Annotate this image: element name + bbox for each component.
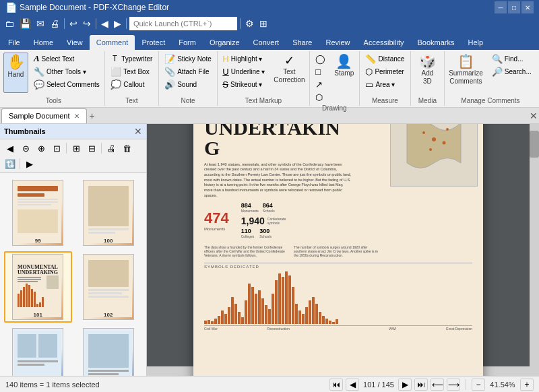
sidebar-close-button[interactable]: ✕ (134, 126, 142, 137)
svg-point-56 (422, 131, 425, 134)
title-bar-controls[interactable]: ─ □ ✕ (495, 1, 534, 13)
tab-form[interactable]: Form (172, 35, 203, 50)
summarize-comments-button[interactable]: 📋 SummarizeComments (445, 53, 486, 93)
nav-forward-button[interactable]: ⟶ (447, 379, 460, 391)
tab-file[interactable]: File (1, 35, 27, 50)
select-comments-button[interactable]: 💬 Select Comments (30, 78, 104, 90)
strikeout-button[interactable]: S Strikeout ▾ (218, 78, 269, 90)
sidebar-prev-button[interactable]: ◀ (3, 141, 18, 156)
qa-save-button[interactable]: 💾 (18, 17, 33, 30)
thumbnail-100[interactable]: 100 (75, 177, 143, 249)
qa-redo-button[interactable]: ↪ (81, 17, 93, 30)
sticky-note-button[interactable]: 📝 Sticky Note (160, 53, 216, 65)
measure-content: 📏 Distance ⬡ Perimeter ▭ Area ▾ (361, 53, 408, 96)
arrow-button[interactable]: ↗ (311, 78, 329, 90)
zoom-in-button[interactable]: + (520, 379, 534, 391)
qa-print-button[interactable]: 🖨 (48, 17, 61, 30)
stamp-label: Stamp (334, 69, 354, 77)
hand-label: Hand (7, 71, 24, 79)
find-button[interactable]: 🔍 Find... (488, 53, 536, 65)
highlight-button[interactable]: H Highlight ▾ (218, 53, 269, 65)
quick-launch-input[interactable] (129, 17, 237, 30)
vertical-scrollbar[interactable] (530, 124, 539, 376)
polygon-button[interactable]: ⬡ (311, 91, 329, 103)
doc-tab-close-icon[interactable]: ✕ (74, 112, 80, 120)
doc-tab-sample[interactable]: Sample Document ✕ (1, 108, 87, 123)
text-box-button[interactable]: ⬜ Text Box (106, 65, 156, 77)
qa-open-button[interactable]: 🗀 (3, 17, 16, 30)
qa-forward-button[interactable]: ▶ (112, 17, 123, 30)
nav-prev-button[interactable]: ◀ (346, 379, 359, 391)
tab-organize[interactable]: Organize (203, 35, 247, 50)
thumbnail-101[interactable]: MONUMENTAL UNDERTAKING (4, 251, 72, 323)
svg-rect-32 (88, 296, 129, 298)
sidebar-view-button[interactable]: ⊞ (69, 141, 84, 156)
tab-convert[interactable]: Convert (247, 35, 286, 50)
perimeter-button[interactable]: ⬡ Perimeter (361, 65, 408, 77)
note-small-col: 📝 Sticky Note 📎 Attach File 🔊 Sound (160, 53, 216, 90)
nav-next-button[interactable]: ▶ (398, 379, 412, 391)
text-correction-button[interactable]: ✓ TextCorrection (270, 53, 308, 93)
bar-28 (295, 304, 298, 324)
sound-button[interactable]: 🔊 Sound (160, 78, 216, 90)
thumbnail-103[interactable]: 103 (4, 325, 72, 376)
sidebar-rotate-button[interactable]: 🔃 (3, 156, 18, 171)
tab-protect[interactable]: Protect (135, 35, 172, 50)
thumbnail-99[interactable]: 99 (4, 177, 72, 249)
doc-close-button[interactable]: ✕ (530, 110, 538, 121)
sidebar-zoom-in-button[interactable]: ⊕ (34, 141, 49, 156)
add-3d-button[interactable]: 🎲 Add3D (415, 53, 439, 93)
qa-back-button[interactable]: ◀ (99, 17, 110, 30)
underline-button[interactable]: U Underline ▾ (218, 65, 269, 77)
area-label: Area ▾ (375, 81, 395, 88)
typewriter-button[interactable]: Ｔ Typewriter (106, 53, 156, 65)
ellipse-button[interactable]: ◯ (311, 53, 329, 65)
close-button[interactable]: ✕ (521, 1, 534, 13)
sidebar-next-button[interactable]: ▶ (22, 156, 37, 171)
bar-chart-labels: Civil War Reconstruction WWI Great Depre… (204, 325, 472, 331)
tab-review[interactable]: Review (319, 35, 356, 50)
area-button[interactable]: ▭ Area ▾ (361, 78, 408, 90)
thumbnail-102[interactable]: 102 (75, 251, 143, 323)
stamp-button[interactable]: 👤 Stamp (331, 53, 357, 93)
qa-settings-button[interactable]: ⚙ (243, 17, 256, 30)
thumb-preview-104 (85, 331, 132, 376)
doc-tab-bar: Sample Document ✕ + ✕ (0, 108, 539, 124)
zoom-out-button[interactable]: − (472, 379, 485, 391)
tab-accessibility[interactable]: Accessibility (357, 35, 411, 50)
new-tab-button[interactable]: + (87, 110, 98, 121)
distance-button[interactable]: 📏 Distance (361, 53, 408, 65)
callout-button[interactable]: 💭 Callout (106, 78, 156, 90)
tab-bookmarks[interactable]: Bookmarks (410, 35, 461, 50)
sidebar-minus-button[interactable]: ⊟ (84, 141, 99, 156)
qa-undo-button[interactable]: ↩ (67, 17, 80, 30)
attach-file-button[interactable]: 📎 Attach File (160, 65, 216, 77)
select-text-button[interactable]: A Select Text (30, 53, 104, 65)
tab-help[interactable]: Help (462, 35, 490, 50)
thumbnail-104[interactable]: 104 (75, 325, 143, 376)
svg-rect-18 (20, 290, 22, 307)
chart-label-wwi: WWI (389, 327, 396, 331)
sidebar-zoom-out-button[interactable]: ⊝ (18, 141, 33, 156)
pdf-viewer[interactable]: SYMBOLS REMOVED MONUMENTALUNDERTAKING At… (147, 124, 539, 376)
nav-back-button[interactable]: ⟵ (431, 379, 444, 391)
search-button[interactable]: 🔎 Search... (488, 65, 536, 77)
tab-share[interactable]: Share (286, 35, 319, 50)
sidebar-print-button[interactable]: 🖨 (104, 141, 119, 156)
ribbon-group-drawing: ◯ □ ↗ ⬡ 👤 Stamp Drawing (310, 51, 360, 106)
minimize-button[interactable]: ─ (495, 1, 507, 13)
qa-grid-button[interactable]: ⊞ (257, 17, 270, 30)
nav-last-button[interactable]: ⏭ (414, 379, 428, 391)
tab-home[interactable]: Home (27, 35, 60, 50)
hand-tool-button[interactable]: ✋ Hand (3, 53, 28, 93)
nav-first-button[interactable]: ⏮ (329, 379, 343, 391)
tab-view[interactable]: View (60, 35, 90, 50)
maximize-button[interactable]: □ (508, 1, 520, 13)
zoom-level: 41.54% (488, 381, 517, 389)
other-tools-button[interactable]: 🔧 Other Tools ▾ (30, 65, 104, 77)
rectangle-button[interactable]: □ (311, 65, 329, 77)
sidebar-fit-button[interactable]: ⊡ (49, 141, 64, 156)
qa-email-button[interactable]: ✉ (34, 17, 46, 30)
sidebar-delete-button[interactable]: 🗑 (119, 141, 134, 156)
tab-comment[interactable]: Comment (90, 35, 135, 50)
